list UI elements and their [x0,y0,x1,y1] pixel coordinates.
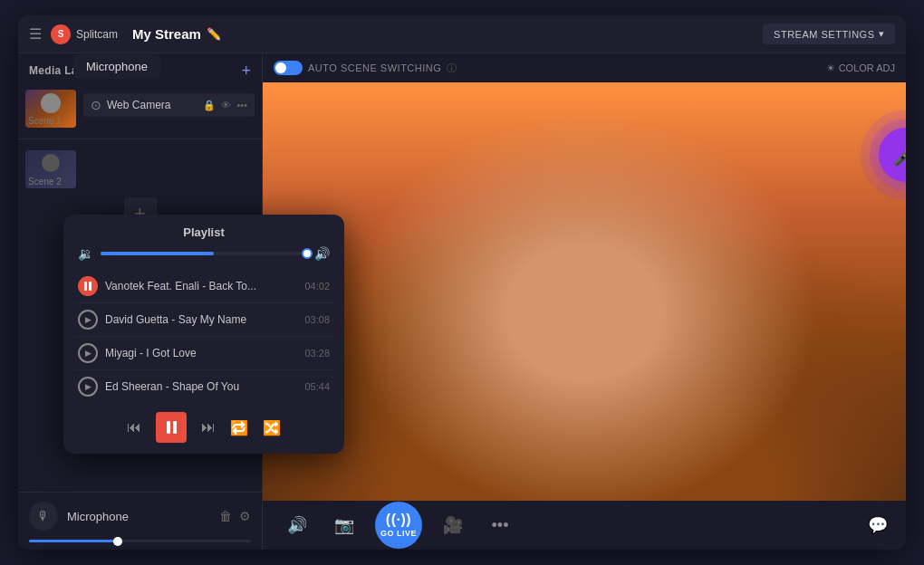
track-3-name: Miyagi - I Got Love [105,347,297,359]
app-header: ☰ S Splitcam My Stream ✏️ STREAM SETTING… [18,15,906,53]
mic-tooltip-text: Microphone [86,60,148,73]
mic-level-bar[interactable] [29,540,251,542]
scene-1-face [41,93,61,113]
pause-bar-1 [84,282,87,291]
app-container: ☰ S Splitcam My Stream ✏️ STREAM SETTING… [18,15,906,550]
pause-button[interactable] [156,412,187,443]
layer-name: Web Camera [107,99,197,111]
track-4-name: Ed Sheeran - Shape Of You [105,380,297,393]
scene-1-info: ⊙ Web Camera 🔒 👁 ••• [83,90,255,117]
track-1-duration: 04:02 [304,281,330,292]
chat-button[interactable]: 💬 [868,515,888,535]
mic-actions: 🗑 ⚙ [219,509,251,523]
scene-2-face [42,154,60,172]
more-options-button[interactable]: ••• [484,509,516,541]
mic-level-fill [29,540,118,542]
go-live-button[interactable]: ((·)) GO LIVE [375,502,422,549]
microphone-item: 🎙 Microphone 🗑 ⚙ [18,493,262,540]
track-2-play-button[interactable]: ▶ [78,310,98,330]
track-item[interactable]: ▶ Ed Sheeran - Shape Of You 05:44 [74,370,333,403]
scene-1-item: Scene 1 ⊙ Web Camera 🔒 👁 ••• [18,84,262,133]
webcam-layer-item[interactable]: ⊙ Web Camera 🔒 👁 ••• [83,93,255,117]
shuffle-button[interactable]: 🔀 [263,419,281,436]
volume-slider[interactable] [101,252,307,255]
video-button[interactable]: 🎥 [437,509,469,541]
scene-2-label: Scene 2 [28,177,62,187]
go-live-label: GO LIVE [380,529,417,538]
playlist-controls: ⏮ ⏭ 🔁 🔀 [63,403,344,454]
add-layer-button[interactable]: + [241,62,251,79]
color-adj-label: COLOR ADJ [839,62,895,73]
stream-title-text: My Stream [132,26,201,42]
layer-actions: 🔒 👁 ••• [203,100,247,111]
scene-2-item: Scene 2 [18,145,262,194]
track-item[interactable]: ▶ Miyagi - I Got Love 03:28 [74,337,333,370]
mic-settings-button[interactable]: ⚙ [239,509,251,523]
playlist-title: Playlist [63,215,344,246]
more-icon[interactable]: ••• [236,100,247,110]
pause-bar-2 [89,282,91,291]
stream-title: My Stream ✏️ [132,26,221,42]
mic-tooltip: Microphone [73,54,160,79]
purple-mic-wrap: 🎤 [879,128,906,182]
volume-fill [101,252,214,255]
repeat-button[interactable]: 🔁 [230,419,248,436]
volume-button[interactable]: 🔊 [281,509,313,541]
scene-2-thumbnail[interactable]: Scene 2 [25,150,76,188]
stream-settings-label: STREAM SETTINGS [774,29,874,40]
stream-settings-button[interactable]: STREAM SETTINGS ▾ [763,24,895,44]
scene-1-label: Scene 1 [28,116,62,126]
volume-low-icon: 🔉 [78,246,93,261]
info-icon[interactable]: ⓘ [447,62,457,75]
next-track-button[interactable]: ⏭ [201,419,216,436]
mic-delete-button[interactable]: 🗑 [219,509,232,523]
face-area [263,82,906,501]
camera-button[interactable]: 📷 [328,509,361,541]
track-3-play-button[interactable]: ▶ [78,343,98,363]
pause-icon [84,282,91,291]
track-1-pause-button[interactable] [78,276,98,296]
go-live-waves-icon: ((·)) [386,512,411,527]
playlist-popup: Playlist 🔉 🔊 Vanotek Feat. Enali - Bac [63,215,344,454]
mic-icon-wrap: 🎙 [29,502,58,531]
volume-row: 🔉 🔊 [63,246,344,270]
main-area: AUTO SCENE SWITCHING ⓘ ☀ COLOR ADJ [263,53,906,550]
track-2-name: David Guetta - Say My Name [105,313,297,326]
prev-track-button[interactable]: ⏮ [127,419,141,436]
track-4-play-button[interactable]: ▶ [78,377,98,397]
color-adjust-button[interactable]: ☀ COLOR ADJ [826,62,895,74]
app-logo-icon: S [51,24,71,44]
track-item[interactable]: ▶ David Guetta - Say My Name 03:08 [74,303,333,337]
track-list: Vanotek Feat. Enali - Back To... 04:02 ▶… [63,270,344,403]
scenes-divider [18,139,262,139]
camera-icon: ⊙ [91,98,101,112]
edit-title-icon[interactable]: ✏️ [207,27,221,41]
main-toolbar: AUTO SCENE SWITCHING ⓘ ☀ COLOR ADJ [263,53,906,82]
auto-scene-switch[interactable] [274,61,303,75]
ctrl-pause-bar-1 [167,421,170,434]
microphone-icon: 🎙 [37,509,50,523]
track-4-duration: 05:44 [304,381,330,392]
track-2-duration: 03:08 [304,314,330,325]
bottom-bar: 🔊 📷 ((·)) GO LIVE 🎥 ••• 💬 [263,501,906,550]
track-item[interactable]: Vanotek Feat. Enali - Back To... 04:02 [74,270,333,303]
hamburger-icon[interactable]: ☰ [29,25,42,43]
chevron-down-icon: ▾ [879,28,885,40]
mic-level-handle [113,537,122,546]
volume-high-icon: 🔊 [314,246,330,261]
volume-handle [302,248,313,259]
lock-icon[interactable]: 🔒 [203,100,216,111]
track-3-duration: 03:28 [304,348,330,359]
scene-1-thumbnail[interactable]: Scene 1 [25,90,76,128]
auto-scene-toggle[interactable]: AUTO SCENE SWITCHING ⓘ [274,61,457,75]
mic-label: Microphone [67,510,210,523]
color-adj-icon: ☀ [826,62,835,74]
ctrl-pause-bar-2 [173,421,177,434]
video-background [263,82,906,501]
header-logo: S Splitcam [51,24,118,44]
app-logo-text: Splitcam [76,28,118,41]
track-1-name: Vanotek Feat. Enali - Back To... [105,280,297,292]
auto-scene-label: AUTO SCENE SWITCHING [308,62,441,73]
visibility-icon[interactable]: 👁 [221,100,231,110]
sidebar-bottom: 🎙 Microphone 🗑 ⚙ [18,492,262,550]
